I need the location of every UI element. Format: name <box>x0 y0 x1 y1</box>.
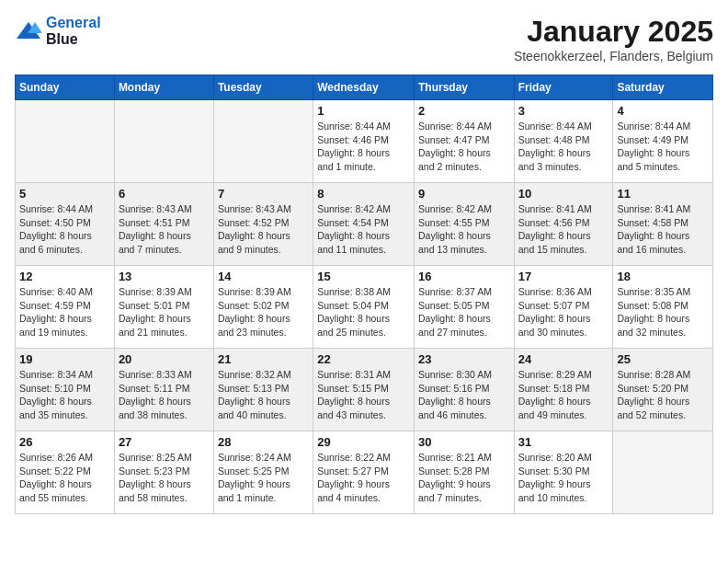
day-info: Sunrise: 8:33 AMSunset: 5:11 PMDaylight:… <box>119 368 210 422</box>
calendar-cell <box>213 100 313 183</box>
calendar-cell: 3Sunrise: 8:44 AMSunset: 4:48 PMDaylight… <box>514 100 613 183</box>
day-info: Sunrise: 8:36 AMSunset: 5:07 PMDaylight:… <box>518 285 609 339</box>
day-number: 24 <box>518 352 609 366</box>
day-info: Sunrise: 8:37 AMSunset: 5:05 PMDaylight:… <box>418 285 510 339</box>
calendar-week-row: 12Sunrise: 8:40 AMSunset: 4:59 PMDayligh… <box>16 266 713 349</box>
calendar-cell: 16Sunrise: 8:37 AMSunset: 5:05 PMDayligh… <box>414 266 514 349</box>
day-info: Sunrise: 8:44 AMSunset: 4:49 PMDaylight:… <box>617 120 709 174</box>
day-number: 8 <box>317 187 410 201</box>
calendar-cell: 30Sunrise: 8:21 AMSunset: 5:28 PMDayligh… <box>414 431 514 514</box>
calendar-cell: 22Sunrise: 8:31 AMSunset: 5:15 PMDayligh… <box>313 349 415 431</box>
day-info: Sunrise: 8:43 AMSunset: 4:51 PMDaylight:… <box>119 202 210 257</box>
day-number: 28 <box>218 435 309 449</box>
day-number: 10 <box>518 187 609 201</box>
weekday-header: Tuesday <box>213 75 313 100</box>
month-title: January 2025 <box>514 15 713 49</box>
calendar-cell <box>114 100 213 183</box>
calendar-cell: 1Sunrise: 8:44 AMSunset: 4:46 PMDaylight… <box>313 100 415 183</box>
calendar-cell: 29Sunrise: 8:22 AMSunset: 5:27 PMDayligh… <box>313 431 415 514</box>
day-number: 31 <box>518 435 609 449</box>
day-number: 17 <box>518 270 609 283</box>
day-number: 29 <box>317 435 410 449</box>
day-info: Sunrise: 8:26 AMSunset: 5:22 PMDaylight:… <box>19 451 110 505</box>
calendar-week-row: 1Sunrise: 8:44 AMSunset: 4:46 PMDaylight… <box>16 100 713 183</box>
page-header: General Blue January 2025 Steenokkerzeel… <box>15 15 713 63</box>
weekday-header: Monday <box>114 75 213 100</box>
day-number: 9 <box>418 187 510 201</box>
day-info: Sunrise: 8:32 AMSunset: 5:13 PMDaylight:… <box>218 368 309 422</box>
day-number: 15 <box>317 270 410 283</box>
day-number: 20 <box>119 352 210 366</box>
calendar-cell: 23Sunrise: 8:30 AMSunset: 5:16 PMDayligh… <box>414 349 514 431</box>
calendar-cell: 6Sunrise: 8:43 AMSunset: 4:51 PMDaylight… <box>114 183 213 266</box>
day-info: Sunrise: 8:42 AMSunset: 4:55 PMDaylight:… <box>418 202 510 257</box>
day-number: 23 <box>418 352 510 366</box>
day-number: 6 <box>119 187 210 201</box>
day-info: Sunrise: 8:41 AMSunset: 4:58 PMDaylight:… <box>617 202 709 257</box>
calendar-cell: 4Sunrise: 8:44 AMSunset: 4:49 PMDaylight… <box>613 100 713 183</box>
day-number: 4 <box>617 104 709 118</box>
day-info: Sunrise: 8:22 AMSunset: 5:27 PMDaylight:… <box>317 451 410 505</box>
calendar-cell: 25Sunrise: 8:28 AMSunset: 5:20 PMDayligh… <box>613 349 713 431</box>
day-number: 21 <box>218 352 309 366</box>
calendar-cell: 19Sunrise: 8:34 AMSunset: 5:10 PMDayligh… <box>16 349 115 431</box>
day-info: Sunrise: 8:24 AMSunset: 5:25 PMDaylight:… <box>218 451 309 505</box>
weekday-header: Friday <box>514 75 613 100</box>
calendar-cell: 26Sunrise: 8:26 AMSunset: 5:22 PMDayligh… <box>16 431 115 514</box>
weekday-header: Sunday <box>16 75 115 100</box>
day-info: Sunrise: 8:31 AMSunset: 5:15 PMDaylight:… <box>317 368 410 422</box>
day-info: Sunrise: 8:40 AMSunset: 4:59 PMDaylight:… <box>19 285 110 339</box>
day-number: 30 <box>418 435 510 449</box>
day-info: Sunrise: 8:42 AMSunset: 4:54 PMDaylight:… <box>317 202 410 257</box>
day-number: 2 <box>418 104 510 118</box>
calendar-cell: 5Sunrise: 8:44 AMSunset: 4:50 PMDaylight… <box>16 183 115 266</box>
calendar-cell: 21Sunrise: 8:32 AMSunset: 5:13 PMDayligh… <box>213 349 313 431</box>
day-number: 1 <box>317 104 410 118</box>
day-info: Sunrise: 8:44 AMSunset: 4:46 PMDaylight:… <box>317 120 410 174</box>
day-info: Sunrise: 8:44 AMSunset: 4:47 PMDaylight:… <box>418 120 510 174</box>
calendar-cell: 9Sunrise: 8:42 AMSunset: 4:55 PMDaylight… <box>414 183 514 266</box>
calendar-week-row: 5Sunrise: 8:44 AMSunset: 4:50 PMDaylight… <box>16 183 713 266</box>
weekday-header: Saturday <box>613 75 713 100</box>
day-info: Sunrise: 8:25 AMSunset: 5:23 PMDaylight:… <box>119 451 210 505</box>
logo-text: General Blue <box>46 15 101 48</box>
day-info: Sunrise: 8:30 AMSunset: 5:16 PMDaylight:… <box>418 368 510 422</box>
logo-icon <box>15 20 42 42</box>
calendar-cell: 28Sunrise: 8:24 AMSunset: 5:25 PMDayligh… <box>213 431 313 514</box>
day-number: 18 <box>617 270 709 283</box>
title-block: January 2025 Steenokkerzeel, Flanders, B… <box>514 15 713 63</box>
day-info: Sunrise: 8:39 AMSunset: 5:01 PMDaylight:… <box>119 285 210 339</box>
day-number: 12 <box>19 270 110 283</box>
calendar-cell: 8Sunrise: 8:42 AMSunset: 4:54 PMDaylight… <box>313 183 415 266</box>
day-number: 16 <box>418 270 510 283</box>
day-info: Sunrise: 8:43 AMSunset: 4:52 PMDaylight:… <box>218 202 309 257</box>
calendar-cell: 11Sunrise: 8:41 AMSunset: 4:58 PMDayligh… <box>613 183 713 266</box>
day-info: Sunrise: 8:39 AMSunset: 5:02 PMDaylight:… <box>218 285 309 339</box>
calendar-cell <box>613 431 713 514</box>
calendar-cell: 20Sunrise: 8:33 AMSunset: 5:11 PMDayligh… <box>114 349 213 431</box>
day-info: Sunrise: 8:38 AMSunset: 5:04 PMDaylight:… <box>317 285 410 339</box>
calendar-cell: 31Sunrise: 8:20 AMSunset: 5:30 PMDayligh… <box>514 431 613 514</box>
calendar-cell: 12Sunrise: 8:40 AMSunset: 4:59 PMDayligh… <box>16 266 115 349</box>
calendar-cell: 14Sunrise: 8:39 AMSunset: 5:02 PMDayligh… <box>213 266 313 349</box>
day-number: 27 <box>119 435 210 449</box>
calendar-cell: 24Sunrise: 8:29 AMSunset: 5:18 PMDayligh… <box>514 349 613 431</box>
day-number: 22 <box>317 352 410 366</box>
calendar-cell <box>16 100 115 183</box>
day-info: Sunrise: 8:20 AMSunset: 5:30 PMDaylight:… <box>518 451 609 505</box>
location: Steenokkerzeel, Flanders, Belgium <box>514 49 713 63</box>
day-number: 26 <box>19 435 110 449</box>
calendar: SundayMondayTuesdayWednesdayThursdayFrid… <box>15 75 713 514</box>
day-info: Sunrise: 8:44 AMSunset: 4:50 PMDaylight:… <box>19 202 110 257</box>
weekday-header: Thursday <box>414 75 514 100</box>
calendar-cell: 7Sunrise: 8:43 AMSunset: 4:52 PMDaylight… <box>213 183 313 266</box>
day-number: 14 <box>218 270 309 283</box>
day-number: 5 <box>19 187 110 201</box>
day-number: 3 <box>518 104 609 118</box>
calendar-cell: 27Sunrise: 8:25 AMSunset: 5:23 PMDayligh… <box>114 431 213 514</box>
day-info: Sunrise: 8:34 AMSunset: 5:10 PMDaylight:… <box>19 368 110 422</box>
calendar-cell: 13Sunrise: 8:39 AMSunset: 5:01 PMDayligh… <box>114 266 213 349</box>
day-info: Sunrise: 8:44 AMSunset: 4:48 PMDaylight:… <box>518 120 609 174</box>
calendar-cell: 15Sunrise: 8:38 AMSunset: 5:04 PMDayligh… <box>313 266 415 349</box>
day-info: Sunrise: 8:29 AMSunset: 5:18 PMDaylight:… <box>518 368 609 422</box>
